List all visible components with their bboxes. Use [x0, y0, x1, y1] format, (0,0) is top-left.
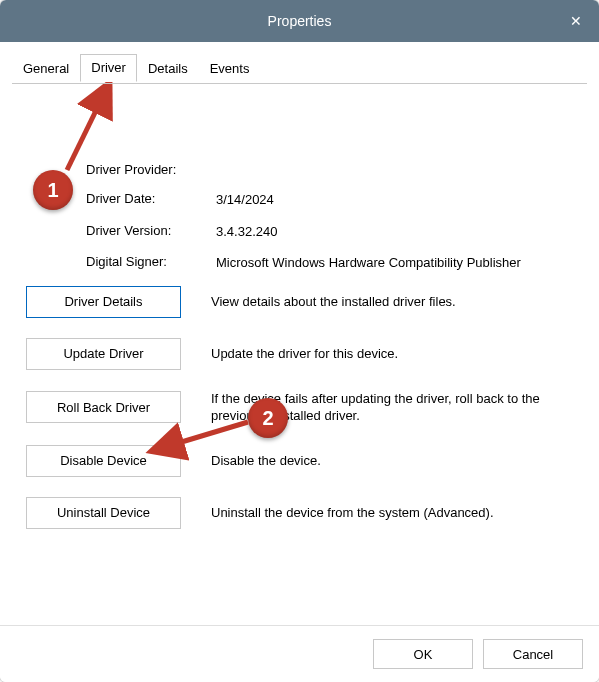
- window-title: Properties: [268, 13, 332, 29]
- update-driver-desc: Update the driver for this device.: [211, 345, 573, 363]
- driver-date-value: 3/14/2024: [216, 191, 573, 209]
- driver-details-row: Driver Details View details about the in…: [26, 286, 573, 318]
- ok-button[interactable]: OK: [373, 639, 473, 669]
- uninstall-device-desc: Uninstall the device from the system (Ad…: [211, 504, 573, 522]
- driver-details-button[interactable]: Driver Details: [26, 286, 181, 318]
- dialog-footer: OK Cancel: [0, 625, 599, 682]
- tab-general[interactable]: General: [12, 55, 80, 82]
- uninstall-device-button[interactable]: Uninstall Device: [26, 497, 181, 529]
- roll-back-driver-button[interactable]: Roll Back Driver: [26, 391, 181, 423]
- title-bar: Properties ✕: [0, 0, 599, 42]
- close-icon: ✕: [570, 13, 582, 29]
- driver-details-desc: View details about the installed driver …: [211, 293, 573, 311]
- digital-signer-label: Digital Signer:: [86, 254, 216, 272]
- properties-dialog: Properties ✕ General Driver Details Even…: [0, 0, 599, 682]
- driver-info: Driver Provider: Driver Date: 3/14/2024 …: [86, 162, 573, 272]
- roll-back-driver-row: Roll Back Driver If the device fails aft…: [26, 390, 573, 425]
- driver-actions: Driver Details View details about the in…: [26, 286, 573, 529]
- update-driver-row: Update Driver Update the driver for this…: [26, 338, 573, 370]
- driver-provider-label: Driver Provider:: [86, 162, 216, 177]
- driver-date-row: Driver Date: 3/14/2024: [86, 191, 573, 209]
- driver-provider-value: [216, 162, 573, 177]
- close-button[interactable]: ✕: [553, 0, 599, 42]
- tab-details[interactable]: Details: [137, 55, 199, 82]
- tab-underline: [12, 83, 587, 84]
- cancel-button[interactable]: Cancel: [483, 639, 583, 669]
- driver-provider-row: Driver Provider:: [86, 162, 573, 177]
- tab-events[interactable]: Events: [199, 55, 261, 82]
- driver-version-value: 3.4.32.240: [216, 223, 573, 241]
- disable-device-button[interactable]: Disable Device: [26, 445, 181, 477]
- uninstall-device-row: Uninstall Device Uninstall the device fr…: [26, 497, 573, 529]
- driver-version-label: Driver Version:: [86, 223, 216, 241]
- digital-signer-row: Digital Signer: Microsoft Windows Hardwa…: [86, 254, 573, 272]
- tab-strip: General Driver Details Events: [0, 42, 599, 82]
- roll-back-driver-desc: If the device fails after updating the d…: [211, 390, 573, 425]
- update-driver-button[interactable]: Update Driver: [26, 338, 181, 370]
- tab-panel-driver: Driver Provider: Driver Date: 3/14/2024 …: [0, 82, 599, 529]
- disable-device-desc: Disable the device.: [211, 452, 573, 470]
- driver-version-row: Driver Version: 3.4.32.240: [86, 223, 573, 241]
- disable-device-row: Disable Device Disable the device.: [26, 445, 573, 477]
- tab-driver[interactable]: Driver: [80, 54, 137, 82]
- driver-date-label: Driver Date:: [86, 191, 216, 209]
- digital-signer-value: Microsoft Windows Hardware Compatibility…: [216, 254, 573, 272]
